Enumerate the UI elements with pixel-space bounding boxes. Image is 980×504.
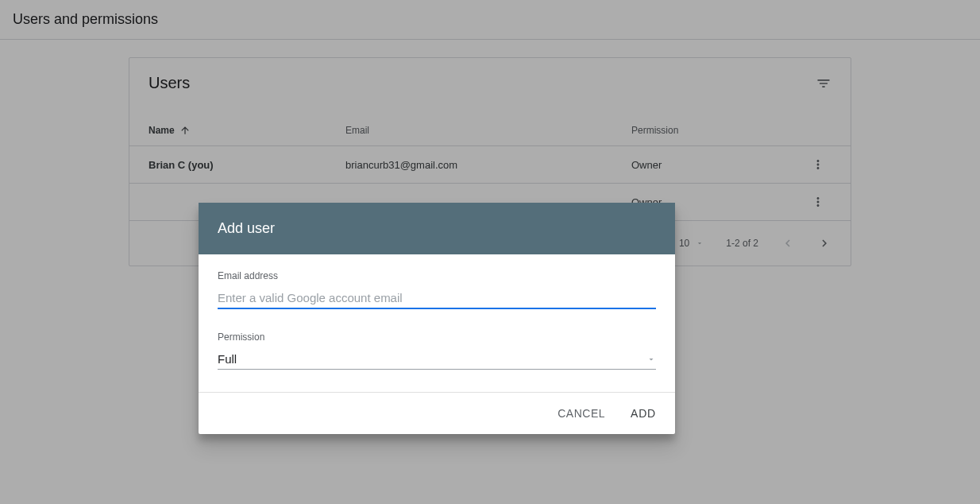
- dialog-actions: CANCEL ADD: [199, 392, 675, 434]
- dropdown-icon: [646, 355, 656, 364]
- permission-label: Permission: [218, 331, 656, 343]
- dialog-title: Add user: [199, 203, 675, 254]
- add-button[interactable]: ADD: [631, 407, 656, 420]
- email-field-group: Email address: [218, 270, 656, 309]
- permission-select[interactable]: Full: [218, 349, 656, 370]
- email-input[interactable]: [218, 288, 656, 309]
- permission-value: Full: [218, 352, 237, 366]
- cancel-button[interactable]: CANCEL: [558, 407, 605, 420]
- dialog-body: Email address Permission Full: [199, 254, 675, 392]
- email-label: Email address: [218, 270, 656, 281]
- add-user-dialog: Add user Email address Permission Full C…: [199, 203, 675, 434]
- permission-field-group: Permission Full: [218, 331, 656, 370]
